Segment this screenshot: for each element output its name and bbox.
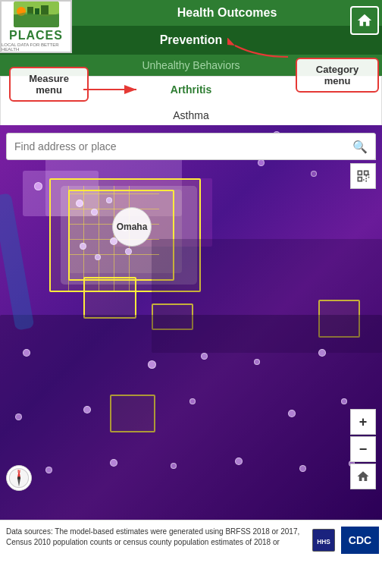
map-circle (34, 182, 42, 190)
map-circle (110, 459, 117, 467)
map-circle (95, 254, 101, 260)
map-circle (125, 248, 132, 255)
map-circle (91, 209, 98, 215)
map-area[interactable]: Omaha + − N (0, 125, 382, 520)
map-circle (45, 467, 52, 473)
omaha-label: Omaha (112, 207, 152, 247)
map-circle (189, 398, 196, 404)
category-menu-annotation: Category menu (296, 58, 379, 93)
svg-rect-4 (35, 8, 39, 14)
search-bar[interactable]: 🔍 (6, 133, 376, 160)
footer-logos: HHS CDC (315, 527, 376, 554)
map-circle (23, 349, 30, 357)
zoom-in-button[interactable]: + (350, 409, 376, 435)
search-icon: 🔍 (352, 140, 368, 154)
map-circle (83, 406, 91, 413)
logo-name: PLACES (9, 29, 63, 42)
map-circle (299, 465, 306, 472)
map-circle (258, 159, 265, 166)
search-input[interactable] (14, 140, 352, 153)
map-circle (106, 197, 112, 203)
home-map-button[interactable] (350, 464, 376, 489)
map-circle (15, 413, 22, 420)
qr-button[interactable] (350, 163, 376, 189)
map-circle (341, 398, 347, 404)
home-button[interactable] (350, 6, 379, 35)
logo-tagline: LOCAL DATA FOR BETTER HEALTH (2, 42, 70, 52)
footer: Data sources: The model-based estimates … (0, 520, 382, 588)
map-circle (148, 360, 156, 369)
map-circle (80, 243, 86, 250)
svg-text:N: N (17, 470, 20, 473)
svg-text:CDC: CDC (349, 534, 371, 546)
hhs-logo: HHS (312, 529, 335, 552)
map-circle (288, 410, 296, 417)
map-circle (311, 171, 317, 177)
map-circle (76, 200, 83, 207)
svg-text:HHS: HHS (317, 538, 330, 546)
cdc-logo: CDC (341, 527, 379, 554)
map-circle (235, 458, 243, 465)
zoom-out-button[interactable]: − (350, 436, 376, 462)
svg-rect-5 (41, 5, 49, 14)
measure-menu-annotation: Measure menu (9, 67, 89, 102)
asthma-option[interactable]: Asthma (1, 102, 381, 128)
places-logo: PLACES LOCAL DATA FOR BETTER HEALTH (0, 0, 72, 53)
compass-button[interactable]: N (6, 465, 32, 491)
health-outcomes-tab[interactable]: Health Outcomes (72, 0, 382, 26)
svg-point-12 (17, 476, 20, 480)
map-circle (171, 463, 177, 469)
footer-text: Data sources: The model-based estimates … (6, 527, 315, 548)
map-circle (254, 359, 260, 365)
map-circle (201, 353, 208, 360)
map-circle (318, 349, 326, 357)
